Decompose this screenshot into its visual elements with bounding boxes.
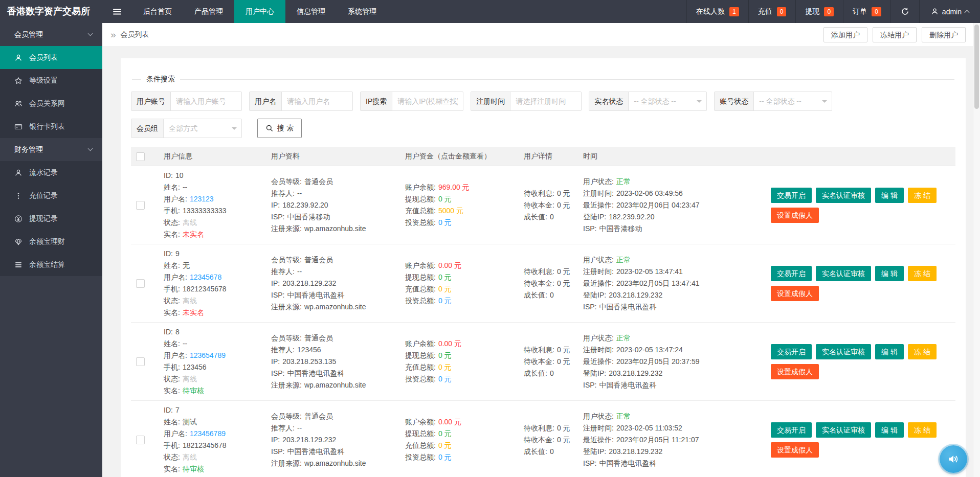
account-balance[interactable]: 969.00 元 [438,183,470,191]
action-button[interactable]: 设置成假人 [771,286,819,301]
action-button[interactable]: 实名认证审核 [816,344,871,359]
action-button[interactable]: 实名认证审核 [816,188,871,203]
sidebar-item[interactable]: 余额宝理财 [0,230,102,253]
isp: 中国香港电讯盈科 [287,369,344,377]
topbar-stat[interactable]: 订单0 [843,0,890,23]
top-nav-item[interactable]: 用户中心 [234,0,285,23]
action-button[interactable]: 交易开启 [771,344,812,359]
action-button[interactable]: 冻 结 [908,344,937,359]
action-button[interactable]: 实名认证审核 [816,266,871,281]
search-select[interactable]: -- 全部状态 -- [629,92,706,110]
field-label: 推荐人: [271,346,295,354]
withdraw-total[interactable]: 0 元 [438,351,452,359]
field-line: 用户名:123123 [164,193,263,205]
recharge-total[interactable]: 5000 元 [438,207,463,215]
action-button[interactable]: 编 辑 [875,266,904,281]
admin-menu[interactable]: admin [919,0,980,23]
action-button[interactable]: 设置成假人 [771,364,819,379]
action-button[interactable]: 冻 结 [908,422,937,438]
search-input[interactable] [510,92,581,110]
actions-row-primary: 交易开启实名认证审核编 辑冻 结 [771,344,951,359]
row-checkbox[interactable] [136,436,145,444]
field-label: 投资总额: [405,375,436,383]
withdraw-total[interactable]: 0 元 [438,195,452,203]
top-nav-item[interactable]: 信息管理 [285,0,337,23]
sidebar-item[interactable]: 充值记录 [0,184,102,207]
username-link[interactable]: 123654789 [190,351,226,359]
sidebar-item[interactable]: 流水记录 [0,161,102,184]
search-button[interactable]: 搜 索 [257,119,302,138]
actions-cell: 交易开启实名认证审核编 辑冻 结设置成假人 [767,166,955,244]
search-input[interactable] [171,92,241,110]
ip-address: 203.218.129.232 [282,436,336,444]
login-ip: 203.218.129.232 [609,291,662,299]
action-button[interactable]: 交易开启 [771,422,812,438]
recharge-total[interactable]: 0 元 [438,285,452,293]
withdraw-total[interactable]: 0 元 [438,273,452,281]
recharge-total[interactable]: 0 元 [438,363,452,371]
sidebar-item[interactable]: 提现记录 [0,207,102,230]
top-nav-item[interactable]: 后台首页 [132,0,183,23]
select-all-checkbox[interactable] [136,152,145,161]
topbar-stat[interactable]: 提现0 [795,0,843,23]
row-checkbox[interactable] [136,201,145,210]
user-profile-cell: 会员等级:普通会员推荐人:--IP:203.218.129.232ISP:中国香… [267,401,401,477]
username-link[interactable]: 123123 [190,195,214,203]
invest-total[interactable]: 0 元 [438,375,452,383]
account-balance[interactable]: 0.00 元 [438,339,461,348]
username-link[interactable]: 12345678 [190,273,221,281]
action-button[interactable]: 冻 结 [908,266,937,281]
row-checkbox[interactable] [136,357,145,366]
action-button[interactable]: 交易开启 [771,188,812,203]
username-link[interactable]: 123456789 [190,429,226,438]
sidebar-item[interactable]: 银行卡列表 [0,115,102,138]
topbar-stat[interactable]: 在线人数1 [686,0,748,23]
search-input[interactable] [392,92,463,110]
account-balance[interactable]: 0.00 元 [438,261,461,269]
search-select[interactable]: -- 全部状态 -- [754,92,832,110]
sidebar-item[interactable]: 会员关系网 [0,92,102,115]
invest-total[interactable]: 0 元 [438,297,452,305]
top-nav-item[interactable]: 产品管理 [183,0,234,23]
user-info-cell: ID:8姓名:--用户名:123654789手机:123456状态:离线实名:待… [160,323,267,401]
sidebar-section-title[interactable]: 财务管理 [0,138,102,161]
field-line: 状态:离线 [164,373,263,385]
action-button[interactable]: 编 辑 [875,422,904,438]
field-label: 投资总额: [405,218,436,226]
scrollbar-thumb[interactable] [974,25,979,109]
field-line: 手机:18212345678 [164,440,263,451]
withdraw-total[interactable]: 0 元 [438,429,452,438]
toolbar-button[interactable]: 删除用户 [922,27,966,42]
search-select[interactable]: 全部方式 [164,119,241,138]
action-button[interactable]: 编 辑 [875,344,904,359]
sidebar-section-title[interactable]: 会员管理 [0,23,102,46]
row-checkbox[interactable] [136,279,145,288]
page-scrollbar[interactable] [973,23,980,477]
search-input[interactable] [282,92,352,110]
field-label: 投资总额: [405,453,436,461]
toolbar-button[interactable]: 冻结用户 [873,27,917,42]
topbar-stat[interactable]: 充值0 [748,0,796,23]
invest-total[interactable]: 0 元 [438,218,452,226]
action-button[interactable]: 实名认证审核 [816,422,871,438]
menu-toggle-button[interactable] [102,0,132,23]
invest-total[interactable]: 0 元 [438,453,452,461]
sound-float-button[interactable] [940,445,967,473]
user-name: -- [183,339,187,348]
table-row: ID:9姓名:无用户名:12345678手机:18212345678状态:离线实… [131,244,955,323]
sidebar-item[interactable]: 会员列表 [0,46,102,69]
top-nav-item[interactable]: 系统管理 [337,0,388,23]
field-label: 注册来源: [271,303,302,311]
time-cell: 用户状态:正常注册时间:2023-02-05 13:47:41最近操作:2023… [579,244,767,323]
action-button[interactable]: 冻 结 [908,188,937,203]
account-balance[interactable]: 0.00 元 [438,418,461,426]
action-button[interactable]: 设置成假人 [771,208,819,223]
recharge-total[interactable]: 0 元 [438,441,452,449]
action-button[interactable]: 交易开启 [771,266,812,281]
sidebar-item[interactable]: 余额宝结算 [0,253,102,276]
action-button[interactable]: 设置成假人 [771,442,819,458]
action-button[interactable]: 编 辑 [875,188,904,203]
refresh-button[interactable] [890,0,919,23]
sidebar-item[interactable]: 等级设置 [0,69,102,92]
toolbar-button[interactable]: 添加用户 [823,27,867,42]
